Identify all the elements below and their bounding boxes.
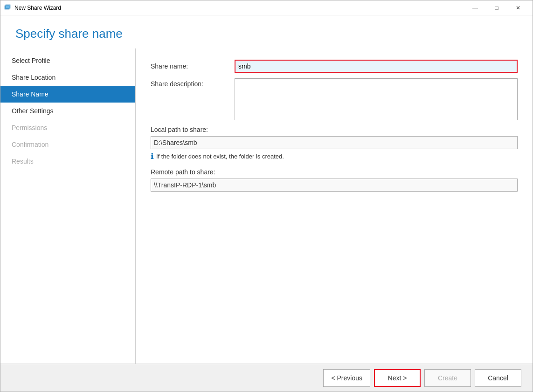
maximize-button[interactable]: □ [486,0,507,15]
sidebar-item-permissions: Permissions [0,119,135,136]
window-title: New Share Wizard [14,5,464,11]
sidebar-item-other-settings[interactable]: Other Settings [0,103,135,119]
previous-button[interactable]: < Previous [323,369,370,387]
share-description-label: Share description: [151,78,235,88]
close-button[interactable]: ✕ [507,0,529,15]
share-name-row: Share name: [151,60,518,73]
content-area: Select Profile Share Location Share Name… [0,48,533,364]
info-icon: ℹ [151,152,153,161]
share-description-input[interactable] [235,78,518,120]
title-bar: New Share Wizard — □ ✕ [0,0,533,15]
footer: < Previous Next > Create Cancel [0,364,533,392]
next-button[interactable]: Next > [374,369,421,387]
wizard-window: New Share Wizard — □ ✕ Specify share nam… [0,0,533,392]
local-path-field [151,136,518,149]
sidebar: Select Profile Share Location Share Name… [0,48,136,364]
page-heading-area: Specify share name [0,15,533,48]
window-controls: — □ ✕ [464,0,529,15]
sidebar-item-share-location[interactable]: Share Location [0,69,135,86]
sidebar-item-share-name[interactable]: Share Name [0,86,135,103]
sidebar-item-select-profile[interactable]: Select Profile [0,52,135,69]
right-panel: Share name: Share description: Local pat… [136,48,533,364]
main-content: Specify share name Select Profile Share … [0,15,533,364]
app-icon [4,4,12,12]
remote-path-label: Remote path to share: [151,168,518,176]
share-description-row: Share description: [151,78,518,120]
info-text: If the folder does not exist, the folder… [156,153,284,160]
local-path-label: Local path to share: [151,126,518,133]
sidebar-item-confirmation: Confirmation [0,136,135,153]
page-title: Specify share name [15,27,518,41]
svg-rect-1 [6,5,10,8]
sidebar-item-results: Results [0,153,135,170]
remote-path-field [151,179,518,192]
create-button[interactable]: Create [424,369,471,387]
share-name-input[interactable] [235,60,518,73]
info-row: ℹ If the folder does not exist, the fold… [151,152,518,161]
share-name-label: Share name: [151,62,235,70]
cancel-button[interactable]: Cancel [475,369,521,387]
minimize-button[interactable]: — [464,0,486,15]
